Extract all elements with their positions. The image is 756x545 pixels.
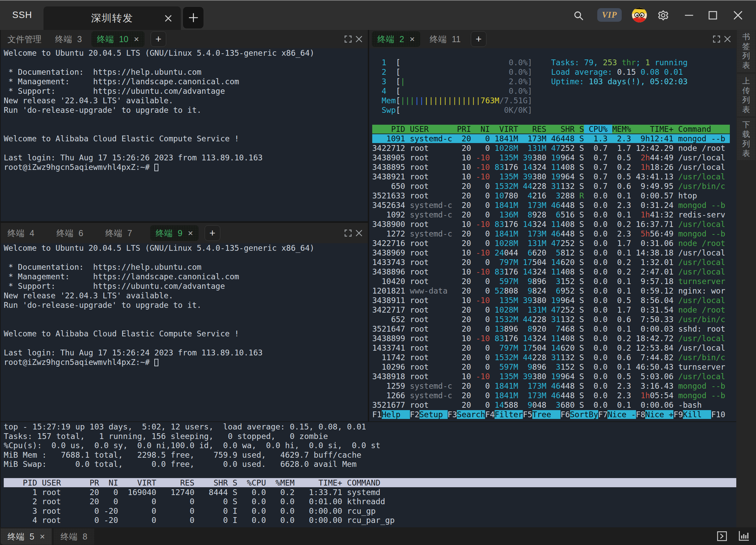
terminal-line: 3422717 root 20 0 1028M 131M 47252 S 0.0…	[369, 305, 736, 315]
terminal-line	[369, 48, 736, 58]
terminal-line: * Management: https://landscape.canonica…	[1, 77, 368, 86]
tab-label: 文件管理	[7, 34, 41, 45]
close-pane-icon[interactable]	[355, 35, 363, 43]
terminal-tab[interactable]: 终端7	[99, 225, 132, 241]
expand-pane-icon[interactable]	[712, 35, 721, 43]
terminal-line	[1, 115, 368, 124]
terminal-line: 650 root 20 0 1532M 44228 31132 S 0.7 0.…	[369, 181, 736, 191]
gear-icon[interactable]	[657, 10, 669, 21]
terminal-line: 10296 root 20 0 597M 9896 3152 S 0.0 0.1…	[369, 362, 736, 372]
terminal-line: 652 root 20 0 1532M 44228 31132 S 0.0 0.…	[369, 315, 736, 324]
terminal-line: MiB Swap: 0.0 total, 0.0 free, 0.0 used.…	[1, 459, 736, 469]
session-tab[interactable]: 深圳转发	[44, 6, 181, 30]
terminal-line: 10420 root 20 0 597M 9896 3152 S 0.0 0.1…	[369, 277, 736, 286]
window-close-icon[interactable]	[732, 10, 744, 21]
session-tab-close-icon[interactable]	[164, 14, 173, 23]
pane-bottom-left: 终端4终端6终端7终端9× + Welcome to Ubuntu 20.04.…	[1, 223, 368, 421]
terminal-line: root@iZwz9hgcn5aqiewmvhl4pxZ:~#	[1, 162, 368, 172]
avatar[interactable]	[632, 7, 647, 22]
tab-number: 7	[127, 228, 132, 238]
vip-label: VIP	[602, 10, 617, 20]
sidebar-label-char: 表	[742, 105, 750, 114]
sidebar-label-char: 签	[742, 41, 750, 51]
terminal-line: * Documentation: https://help.ubuntu.com	[1, 67, 368, 77]
search-icon[interactable]	[573, 10, 584, 21]
terminal-line: 3438905 root 10 -10 135M 39380 19964 S 0…	[369, 153, 736, 162]
terminal-line: 1272 systemd-c 20 0 1841M 173M 46448 S 0…	[369, 229, 736, 239]
tab-label: 终端	[61, 531, 78, 542]
terminal-tab-active[interactable]: 终端9×	[150, 225, 199, 241]
vip-badge[interactable]: VIP	[597, 8, 622, 22]
new-terminal-tab-button[interactable]: +	[151, 31, 166, 47]
app-label: SSH	[12, 0, 32, 30]
close-tab-icon[interactable]: ×	[188, 229, 193, 238]
minimize-icon[interactable]	[684, 10, 694, 20]
pane-top-left: 文件管理终端3终端10× + Welcome to Ubuntu 20.04.5…	[1, 30, 368, 221]
terminal-tab[interactable]: 终端6	[50, 225, 83, 241]
tab-number: 10	[119, 34, 128, 44]
pane-right-terminal[interactable]: 1 [ 0.0%] Tasks: 79, 253 thr; 1 running …	[369, 48, 736, 421]
terminal-top-output[interactable]: top - 15:27:19 up 103 days, 5:02, 12 use…	[1, 422, 736, 527]
close-tab-icon[interactable]: ×	[134, 35, 139, 43]
terminal-line: 11742 root 20 0 1532M 44228 31132 S 0.0 …	[369, 353, 736, 362]
terminal-line	[1, 143, 368, 153]
tab-number: 8	[83, 532, 87, 542]
sidebar-bookmark-list-button[interactable]: 书签列表	[737, 30, 755, 72]
tab-number: 4	[30, 228, 34, 238]
terminal-line: 3438918 root 10 -10 135M 39380 19964 S 0…	[369, 372, 736, 381]
bottom-tab-terminal-8[interactable]: 终端8	[54, 528, 94, 545]
new-terminal-tab-button[interactable]: +	[471, 31, 486, 47]
terminal-line	[1, 469, 736, 478]
terminal-tab-active[interactable]: 终端10×	[91, 31, 144, 47]
tab-number: 11	[452, 34, 461, 44]
terminal-line	[1, 338, 368, 348]
sidebar-label-char: 上	[742, 76, 750, 86]
new-session-button[interactable]	[183, 6, 204, 29]
sidebar-upload-list-button[interactable]: 上传列表	[737, 74, 755, 116]
terminal-line: MiB Mem : 7688.1 total, 2298.5 free, 759…	[1, 450, 736, 460]
terminal-tab[interactable]: 终端11	[423, 31, 461, 47]
close-tab-icon[interactable]: ×	[40, 532, 45, 541]
pane-bottom: top - 15:27:19 up 103 days, 5:02, 12 use…	[1, 422, 736, 527]
sidebar-download-list-button[interactable]: 下载列表	[737, 118, 755, 160]
sidebar-label-char: 列	[742, 139, 750, 148]
expand-pane-icon[interactable]	[344, 229, 352, 237]
right-sidebar: 书签列表 上传列表 下载列表	[736, 30, 756, 527]
terminal-tab[interactable]: 文件管理	[1, 31, 41, 47]
window-titlebar: SSH 深圳转发 VIP	[0, 0, 756, 30]
pane-top-left-terminal[interactable]: Welcome to Ubuntu 20.04.5 LTS (GNU/Linux…	[1, 48, 368, 221]
terminal-line: PID USER PRI NI VIRT RES SHR S CPU% MEM%…	[369, 124, 736, 134]
pane-top-left-tabbar: 文件管理终端3终端10× +	[1, 30, 368, 48]
tab-number: 9	[178, 228, 183, 238]
terminal-line	[1, 124, 368, 134]
terminal-line: Welcome to Ubuntu 20.04.5 LTS (GNU/Linux…	[1, 243, 368, 253]
terminal-line: Mem[|||||||||||||||||763M/7.51G]	[369, 96, 736, 105]
terminal-tab-active[interactable]: 终端2×	[372, 31, 420, 47]
terminal-line	[1, 58, 368, 67]
terminal-line: 1 [ 0.0%] Tasks: 79, 253 thr; 1 running	[369, 58, 736, 67]
expand-pane-icon[interactable]	[344, 35, 352, 43]
terminal-line: PID USER PR NI VIRT RES SHR S %CPU %MEM …	[1, 478, 736, 488]
terminal-line: root@iZwz9hgcn5aqiewmvhl4pxZ:~#	[1, 357, 368, 367]
terminal-tab[interactable]: 终端3	[48, 31, 82, 47]
terminal-line: New release '22.04.3 LTS' available.	[1, 96, 368, 105]
terminal-line: Last login: Thu Aug 17 15:26:24 2023 fro…	[1, 348, 368, 357]
terminal-line: * Support: https://ubuntu.com/advantage	[1, 281, 368, 291]
terminal-line: 1259 systemd-c 20 0 1841M 173M 46448 S 0…	[369, 381, 736, 391]
close-pane-icon[interactable]	[723, 35, 732, 43]
tab-label: 终端	[7, 531, 24, 542]
new-terminal-tab-button[interactable]: +	[205, 225, 220, 241]
close-tab-icon[interactable]: ×	[410, 35, 415, 43]
tab-label: 终端	[377, 34, 394, 45]
terminal-tab[interactable]: 终端4	[1, 225, 34, 241]
close-pane-icon[interactable]	[355, 229, 363, 237]
terminal-line: 3521677 root 20 0 14588 9048 3680 S 0.0 …	[369, 400, 736, 410]
tab-number: 6	[79, 228, 83, 238]
terminal-panel-icon[interactable]	[717, 531, 727, 542]
monitor-chart-icon[interactable]	[738, 530, 750, 542]
pane-bottom-left-terminal[interactable]: Welcome to Ubuntu 20.04.5 LTS (GNU/Linux…	[1, 243, 368, 421]
bottom-tab-terminal-5[interactable]: 终端5 ×	[1, 528, 52, 545]
pane-right-tabbar: 终端2×终端11 +	[369, 30, 736, 48]
terminal-line	[1, 253, 368, 262]
maximize-icon[interactable]	[708, 10, 718, 20]
